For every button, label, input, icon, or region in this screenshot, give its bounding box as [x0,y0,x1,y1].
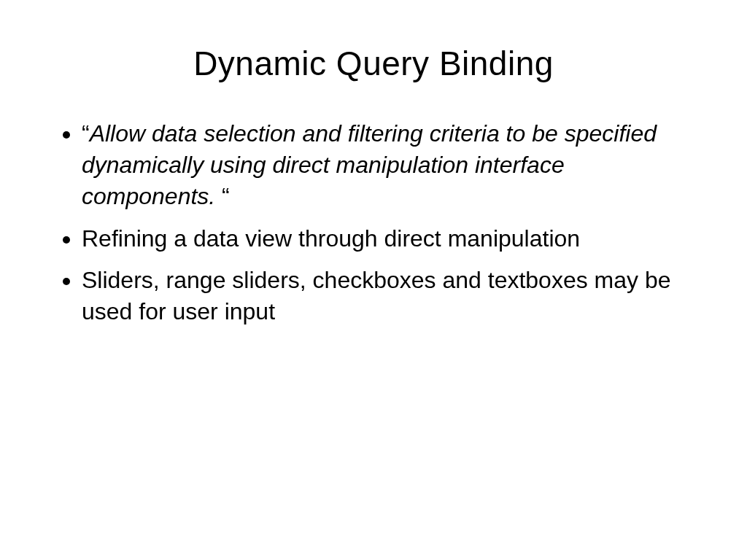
bullet-item: “Allow data selection and filtering crit… [82,118,696,213]
bullet-item: Sliders, range sliders, checkboxes and t… [82,265,696,327]
quote-close: “ [222,183,230,209]
quote-open: “ [82,120,90,147]
slide-title: Dynamic Query Binding [51,44,696,83]
quote-text: Allow data selection and filtering crite… [82,120,657,209]
bullet-item: Refining a data view through direct mani… [82,223,696,254]
bullet-list: “Allow data selection and filtering crit… [51,118,696,327]
